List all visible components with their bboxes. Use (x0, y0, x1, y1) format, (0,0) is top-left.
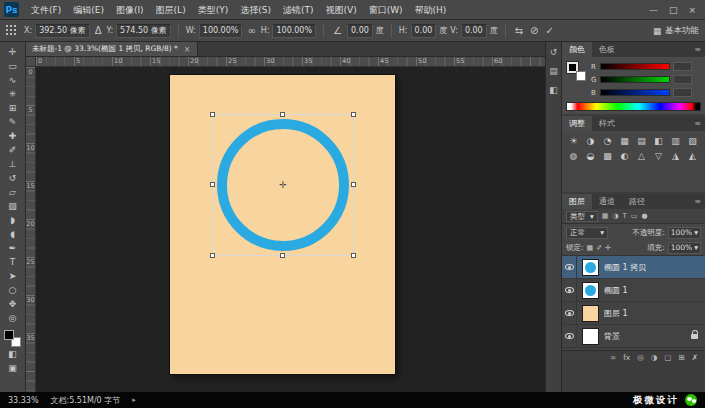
tool-button[interactable]: ⊥ (3, 157, 23, 171)
transform-handle-e[interactable] (351, 182, 356, 187)
link-dimensions-icon[interactable]: ∞ (245, 25, 257, 36)
layer-thumbnail[interactable] (582, 259, 599, 276)
transform-handle-n[interactable] (280, 112, 285, 117)
color-spectrum-ramp[interactable] (566, 102, 701, 111)
adjustment-icon[interactable]: ▧ (687, 136, 698, 147)
adjustment-icon[interactable]: ◮ (670, 151, 681, 162)
layer-row-ellipse-1-copy[interactable]: 椭圆 1 拷贝 (562, 256, 705, 279)
quick-mask-button[interactable]: ◧ (3, 347, 23, 361)
transform-handle-sw[interactable] (210, 253, 215, 258)
tool-button[interactable]: ◖ (3, 227, 23, 241)
red-value-field[interactable] (673, 62, 692, 71)
tool-button[interactable]: ▭ (3, 59, 23, 73)
menu-item[interactable]: 选择(S) (234, 0, 277, 20)
fill-dropdown[interactable]: 100% ▾ (668, 242, 701, 254)
close-icon[interactable]: × (688, 5, 696, 15)
adjustment-icon[interactable]: ▤ (636, 136, 647, 147)
menu-item[interactable]: 类型(Y) (192, 0, 235, 20)
panel-color-swatches[interactable] (567, 62, 586, 81)
x-field[interactable]: 392.50 像素 (35, 24, 90, 38)
panel-menu-icon[interactable]: ≡ (694, 116, 705, 131)
tool-button[interactable]: ✐ (3, 143, 23, 157)
filter-kind-icon[interactable]: ▭ (631, 212, 638, 220)
tool-button[interactable]: ◗ (3, 213, 23, 227)
screen-mode-button[interactable]: ▣ (3, 361, 23, 375)
transform-handle-w[interactable] (210, 182, 215, 187)
green-slider[interactable] (600, 76, 670, 83)
blue-value-field[interactable] (673, 88, 692, 97)
reference-point-icon[interactable] (6, 25, 17, 36)
tool-button[interactable]: ✚ (3, 129, 23, 143)
green-value-field[interactable] (673, 75, 692, 84)
transform-bounding-box[interactable]: ✛ (212, 114, 354, 256)
tool-button[interactable]: ⊞ (3, 101, 23, 115)
menu-item[interactable]: 文件(F) (25, 0, 67, 20)
layers-footer-icon[interactable]: ✗ (692, 353, 698, 362)
menu-item[interactable]: 图层(L) (150, 0, 192, 20)
tool-button[interactable]: ▨ (3, 199, 23, 213)
adjustment-icon[interactable]: ◒ (585, 151, 596, 162)
adjustment-icon[interactable]: △ (636, 151, 647, 162)
adjustment-icon[interactable]: ▽ (653, 151, 664, 162)
menu-item[interactable]: 窗口(W) (363, 0, 409, 20)
maximize-icon[interactable]: □ (669, 5, 678, 15)
layer-row-background[interactable]: 背景 (562, 325, 705, 348)
zoom-level[interactable]: 33.33% (8, 396, 39, 405)
y-field[interactable]: 574.50 像素 (116, 24, 171, 38)
document-canvas[interactable]: ✛ (170, 75, 395, 374)
foreground-color-swatch[interactable] (4, 330, 14, 340)
transform-reference-point[interactable]: ✛ (279, 180, 287, 190)
tab-channels[interactable]: 通道 (592, 194, 622, 209)
color-swatches[interactable] (4, 330, 21, 347)
layer-filter-type-dropdown[interactable]: 类型 ▾ (566, 211, 598, 222)
width-field[interactable]: 100.00% (199, 24, 243, 38)
height-field[interactable]: 100.00% (272, 24, 316, 38)
adjustment-icon[interactable]: ▩ (602, 151, 613, 162)
transform-handle-ne[interactable] (351, 112, 356, 117)
lock-option-icon[interactable]: ✐ (596, 244, 602, 252)
filter-kind-icon[interactable]: ◑ (612, 212, 618, 220)
filter-kind-icon[interactable]: ● (641, 212, 647, 220)
panel-menu-icon[interactable]: ≡ (694, 42, 705, 57)
tool-button[interactable]: ✛ (3, 45, 23, 59)
layers-footer-icon[interactable]: ▢ (664, 353, 671, 362)
tab-styles[interactable]: 样式 (592, 116, 622, 131)
menu-item[interactable]: 帮助(H) (409, 0, 453, 20)
layers-footer-icon[interactable]: ⊞ (678, 353, 684, 362)
transform-handle-nw[interactable] (210, 112, 215, 117)
tool-button[interactable]: ✒ (3, 241, 23, 255)
menu-item[interactable]: 滤镜(T) (277, 0, 320, 20)
commit-transform-icon[interactable]: ✓ (543, 25, 555, 36)
tab-color[interactable]: 颜色 (562, 42, 592, 57)
menu-item[interactable]: 编辑(E) (67, 0, 110, 20)
tool-button[interactable]: ↺ (3, 171, 23, 185)
layer-row-layer-1[interactable]: 图层 1 (562, 302, 705, 325)
tab-paths[interactable]: 路径 (622, 194, 652, 209)
visibility-toggle[interactable] (562, 302, 577, 324)
tool-button[interactable]: ✳ (3, 87, 23, 101)
adjustment-icon[interactable]: ◍ (568, 151, 579, 162)
workspace-switcher[interactable]: ▦ 基本功能 (653, 25, 699, 37)
relative-position-icon[interactable]: Δ (93, 25, 104, 36)
layers-footer-icon[interactable]: ∞ (610, 353, 616, 362)
blend-mode-dropdown[interactable]: 正常 ▾ (566, 227, 608, 239)
tool-button[interactable]: ➤ (3, 269, 23, 283)
background-color-well[interactable] (576, 71, 586, 81)
menu-item[interactable]: 图像(I) (110, 0, 150, 20)
tab-swatches[interactable]: 色板 (592, 42, 622, 57)
status-expander-icon[interactable]: ▸ (132, 396, 136, 404)
visibility-toggle[interactable] (562, 325, 577, 347)
panel-icon[interactable]: ▤ (549, 66, 558, 76)
tool-button[interactable]: ○ (3, 283, 23, 297)
tool-button[interactable]: ✎ (3, 115, 23, 129)
layer-thumbnail[interactable] (582, 328, 599, 345)
panel-menu-icon[interactable]: ≡ (694, 194, 705, 209)
tool-button[interactable]: ◎ (3, 311, 23, 325)
layers-footer-icon[interactable]: ◑ (651, 353, 658, 362)
panel-icon[interactable]: ↺ (550, 47, 558, 57)
panel-icon[interactable]: ◧ (549, 85, 558, 95)
tab-adjustments[interactable]: 调整 (562, 116, 592, 131)
transform-handle-se[interactable] (351, 253, 356, 258)
tab-close-icon[interactable]: × (184, 45, 191, 54)
layers-footer-icon[interactable]: fx (623, 353, 630, 362)
